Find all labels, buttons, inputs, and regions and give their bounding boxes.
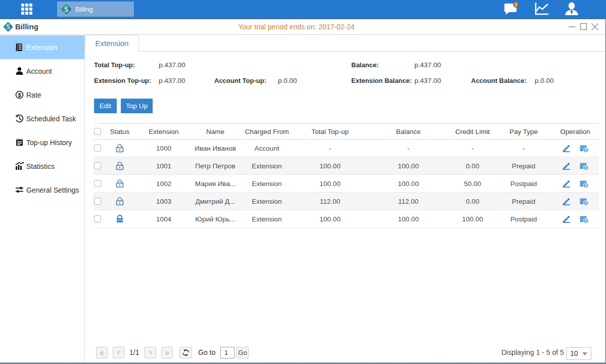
svg-text:!: ! <box>516 2 517 7</box>
svg-text:S: S <box>585 218 588 223</box>
svg-text:$: $ <box>64 5 69 14</box>
svg-text:S: S <box>585 148 588 153</box>
svg-text:S: S <box>585 183 588 188</box>
svg-text:$: $ <box>18 92 21 98</box>
svg-text:S: S <box>585 165 588 170</box>
svg-text:S: S <box>585 201 588 206</box>
